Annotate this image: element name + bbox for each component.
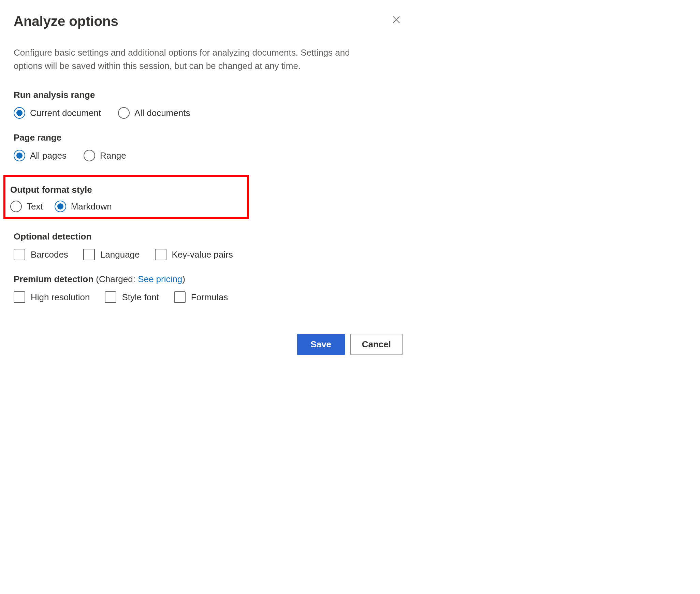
premium-label-prefix: Premium detection [14,274,96,284]
checkbox-style-font[interactable]: Style font [105,291,159,303]
save-button[interactable]: Save [297,334,345,355]
radio-label: Range [100,150,126,161]
radio-icon [55,201,66,212]
checkbox-label: Style font [122,292,159,303]
premium-charged-prefix: (Charged: [96,274,138,284]
checkbox-icon [105,291,116,303]
premium-detection-group: High resolution Style font Formulas [14,291,403,303]
dialog-description: Configure basic settings and additional … [14,46,372,73]
analysis-range-section: Run analysis range Current document All … [14,90,403,119]
premium-detection-label: Premium detection (Charged: See pricing) [14,274,403,285]
radio-icon [14,150,25,161]
dialog-header: Analyze options [14,14,403,29]
checkbox-icon [83,249,95,260]
radio-current-document[interactable]: Current document [14,107,101,119]
checkbox-high-resolution[interactable]: High resolution [14,291,90,303]
checkbox-label: Formulas [191,292,228,303]
output-format-highlight: Output format style Text Markdown [3,175,249,219]
radio-label: Markdown [71,201,112,212]
checkbox-label: Language [100,249,140,260]
radio-all-documents[interactable]: All documents [118,107,190,119]
close-icon [392,15,401,25]
checkbox-label: High resolution [31,292,90,303]
checkbox-label: Key-value pairs [172,249,233,260]
checkbox-formulas[interactable]: Formulas [174,291,228,303]
radio-icon [84,150,95,161]
checkbox-icon [14,249,25,260]
radio-label: Current document [30,108,101,118]
radio-icon [10,201,22,212]
radio-icon [118,107,130,119]
checkbox-icon [174,291,186,303]
optional-detection-section: Optional detection Barcodes Language Key… [14,231,403,260]
analysis-range-label: Run analysis range [14,90,403,100]
radio-label: Text [27,201,43,212]
analysis-range-radio-group: Current document All documents [14,107,403,119]
premium-detection-section: Premium detection (Charged: See pricing)… [14,274,403,303]
checkbox-barcodes[interactable]: Barcodes [14,249,68,260]
close-button[interactable] [390,14,403,26]
page-range-radio-group: All pages Range [14,150,403,161]
page-range-section: Page range All pages Range [14,132,403,161]
radio-range[interactable]: Range [84,150,126,161]
premium-charged-suffix: ) [182,274,185,284]
radio-markdown[interactable]: Markdown [55,201,112,212]
optional-detection-group: Barcodes Language Key-value pairs [14,249,403,260]
optional-detection-label: Optional detection [14,231,403,242]
radio-all-pages[interactable]: All pages [14,150,67,161]
radio-label: All documents [134,108,190,118]
radio-icon [14,107,25,119]
radio-label: All pages [30,150,67,161]
checkbox-language[interactable]: Language [83,249,140,260]
see-pricing-link[interactable]: See pricing [138,274,182,284]
output-format-label: Output format style [10,185,242,195]
cancel-button[interactable]: Cancel [350,334,403,355]
dialog-footer: Save Cancel [14,334,403,355]
analyze-options-dialog: Analyze options Configure basic settings… [14,14,403,355]
checkbox-icon [155,249,166,260]
dialog-title: Analyze options [14,14,118,29]
checkbox-icon [14,291,25,303]
checkbox-key-value-pairs[interactable]: Key-value pairs [155,249,233,260]
page-range-label: Page range [14,132,403,143]
radio-text[interactable]: Text [10,201,43,212]
output-format-radio-group: Text Markdown [10,201,242,212]
checkbox-label: Barcodes [31,249,68,260]
